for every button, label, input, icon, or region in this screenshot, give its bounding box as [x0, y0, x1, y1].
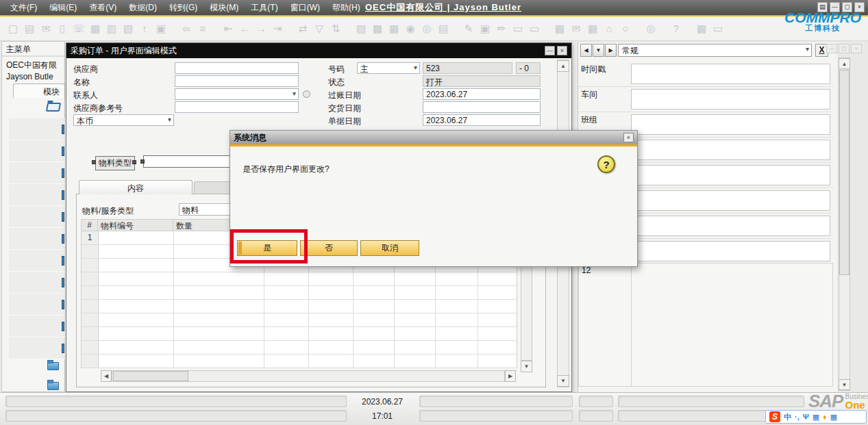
close-icon[interactable]: ×: [851, 44, 862, 53]
link-circle-icon[interactable]: [303, 90, 310, 98]
export-excel-icon[interactable]: ▦: [88, 21, 103, 36]
menu-item[interactable]: 查看(V): [83, 3, 123, 12]
contact-select[interactable]: [175, 88, 299, 100]
sogou-logo-icon[interactable]: S: [769, 411, 780, 422]
currency-select[interactable]: 本币: [73, 114, 174, 126]
udf-field-input[interactable]: [631, 64, 830, 84]
scrollbar-thumb[interactable]: [839, 70, 850, 275]
org-chart-icon[interactable]: ⌂: [602, 21, 617, 36]
mail-icon[interactable]: ✉: [569, 21, 584, 36]
udf-field-input[interactable]: [631, 114, 830, 135]
email-icon[interactable]: ✉: [38, 21, 53, 36]
udf-field-input[interactable]: [631, 241, 830, 261]
help-icon[interactable]: ?: [669, 21, 684, 36]
form-settings-icon[interactable]: ▣: [478, 21, 493, 36]
message-icon[interactable]: ▭: [510, 21, 525, 36]
scroll-down-icon[interactable]: ▼: [557, 375, 569, 387]
module-list-item[interactable]: [9, 184, 65, 206]
scroll-left-icon[interactable]: ◀: [101, 370, 112, 382]
sms-icon[interactable]: ▯: [55, 21, 70, 36]
item-code-cell[interactable]: [99, 341, 174, 354]
item-type-label[interactable]: 物料类型: [95, 156, 135, 170]
folder-icon[interactable]: [47, 382, 59, 390]
scroll-up-icon[interactable]: ▲: [557, 60, 569, 72]
payment-icon[interactable]: ◉: [403, 21, 418, 36]
scroll-down-icon[interactable]: ▼: [839, 379, 850, 390]
menu-item[interactable]: 窗口(W): [284, 3, 326, 12]
user-icon[interactable]: ○: [618, 21, 633, 36]
item-code-cell[interactable]: [99, 327, 174, 340]
scrollbar-thumb[interactable]: [113, 371, 188, 381]
item-code-cell[interactable]: [99, 300, 174, 313]
cancel-button[interactable]: 取消: [360, 240, 419, 256]
close-icon[interactable]: ×: [557, 46, 567, 55]
lock-screen-icon[interactable]: ▣: [153, 21, 169, 36]
table-row[interactable]: [82, 327, 517, 341]
tab-modules[interactable]: 模块: [13, 83, 65, 98]
help-icon[interactable]: ?: [597, 155, 615, 173]
item-code-cell[interactable]: [99, 245, 174, 258]
udf-field-input[interactable]: [631, 190, 830, 211]
table-icon[interactable]: ▦: [585, 21, 600, 36]
preview-icon[interactable]: ▢: [5, 21, 21, 36]
module-list-item[interactable]: [9, 162, 65, 184]
chinese-mode-icon[interactable]: 中: [784, 411, 791, 422]
item-code-cell[interactable]: [99, 355, 174, 368]
no-button[interactable]: 否: [300, 240, 358, 256]
module-list-item[interactable]: [9, 294, 65, 315]
module-list-item[interactable]: [9, 206, 65, 228]
upload-icon[interactable]: ↑: [137, 21, 152, 36]
minimize-icon[interactable]: —: [545, 46, 555, 55]
table-row[interactable]: [82, 272, 517, 286]
col-header-num[interactable]: #: [81, 219, 98, 231]
menu-item[interactable]: 帮助(H): [326, 3, 367, 12]
calendar-icon[interactable]: ▦: [552, 21, 567, 36]
menu-item[interactable]: 编辑(E): [43, 3, 83, 12]
po-window-titlebar[interactable]: 采购订单 - 用户界面编辑模式 — ×: [66, 43, 571, 58]
selection-handle[interactable]: [92, 160, 96, 164]
item-code-cell[interactable]: [99, 272, 174, 285]
category-select[interactable]: 常规: [618, 44, 812, 57]
module-list-item[interactable]: [9, 140, 65, 162]
previous-record-icon[interactable]: ←: [237, 21, 252, 36]
name-input[interactable]: [175, 75, 299, 87]
menu-item[interactable]: 转到(G): [163, 3, 203, 12]
copy-from-icon[interactable]: ▨: [354, 21, 369, 36]
module-list-item[interactable]: [9, 250, 65, 272]
tab-contents[interactable]: 内容: [79, 180, 193, 194]
voice-input-icon[interactable]: Ψ: [803, 411, 809, 422]
vendor-ref-input[interactable]: [175, 101, 299, 113]
close-icon[interactable]: ×: [623, 133, 634, 142]
col-header-item-code[interactable]: 物料编号: [97, 219, 173, 231]
item-code-cell[interactable]: [99, 231, 174, 244]
item-code-cell[interactable]: [99, 313, 174, 326]
vendor-input[interactable]: [175, 62, 299, 74]
web-icon[interactable]: ◎: [643, 21, 658, 36]
open-folder-icon[interactable]: [46, 103, 61, 112]
table-row[interactable]: [82, 341, 517, 355]
scroll-right-icon[interactable]: ▶: [505, 370, 516, 382]
item-code-cell[interactable]: [99, 286, 174, 299]
table-row[interactable]: [82, 355, 517, 368]
fax-icon[interactable]: ☏: [71, 21, 86, 36]
selection-handle[interactable]: [140, 159, 145, 164]
module-list-item[interactable]: [9, 272, 65, 294]
module-list-item[interactable]: [9, 315, 65, 337]
find-icon[interactable]: ∞: [179, 21, 194, 36]
filter-icon[interactable]: ▽: [312, 21, 327, 36]
document-date-input[interactable]: 2023.06.27: [423, 114, 541, 126]
menu-item[interactable]: 文件(F): [4, 3, 43, 12]
export-pdf-icon[interactable]: ▧: [121, 21, 136, 36]
module-list-item[interactable]: [9, 118, 65, 140]
scroll-down-icon[interactable]: ▼: [521, 361, 532, 372]
minimize-icon[interactable]: —: [826, 44, 837, 53]
item-code-cell[interactable]: [99, 259, 174, 272]
series-select[interactable]: 主: [357, 62, 420, 74]
posting-date-input[interactable]: 2023.06.27: [423, 88, 541, 100]
next-category-icon[interactable]: ▶: [605, 44, 617, 57]
keyboard-icon[interactable]: ▦: [813, 411, 819, 422]
skin-icon[interactable]: ♦: [823, 411, 827, 422]
udf-field-input[interactable]: [631, 216, 830, 236]
edit-icon[interactable]: ✎: [461, 21, 476, 36]
print-icon[interactable]: ▤: [22, 21, 37, 36]
